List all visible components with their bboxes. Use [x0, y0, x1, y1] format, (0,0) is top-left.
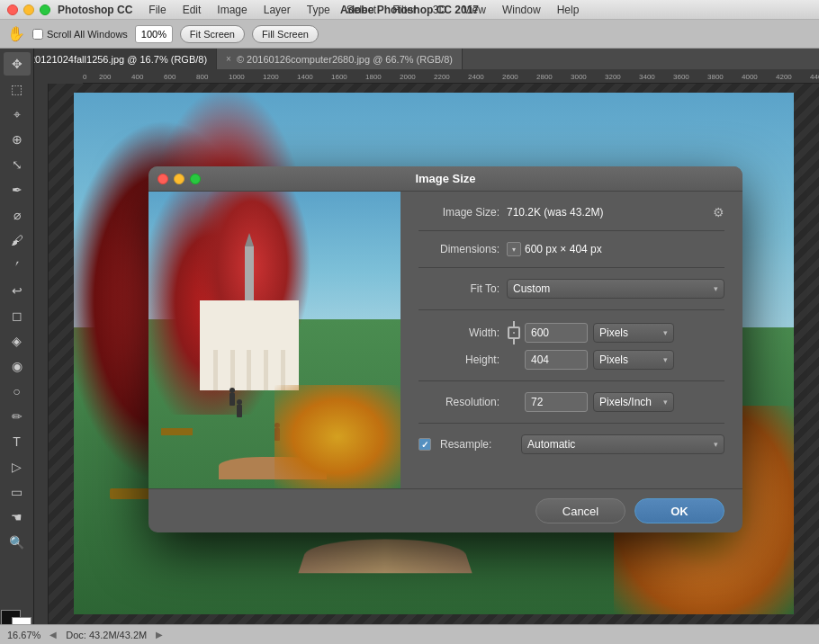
- dimensions-value: 600 px × 404 px: [525, 243, 602, 255]
- fit-to-select[interactable]: Custom ▾: [507, 279, 724, 299]
- resample-label: Resample:: [440, 438, 503, 451]
- dialog-close-button[interactable]: [158, 174, 168, 184]
- resolution-unit-value: Pixels/Inch: [599, 396, 652, 408]
- resolution-unit-select[interactable]: Pixels/Inch ▾: [593, 392, 674, 412]
- height-row: Height: Pixels ▾: [418, 350, 724, 370]
- fit-to-arrow-icon: ▾: [714, 284, 718, 293]
- image-size-dialog: Image Size: [148, 166, 742, 532]
- dialog-max-button[interactable]: [190, 174, 201, 184]
- dialog-titlebar: Image Size: [148, 166, 742, 192]
- link-constraint-icon[interactable]: [507, 321, 521, 344]
- image-size-label: Image Size:: [418, 206, 500, 219]
- resample-checkbox[interactable]: ✓: [418, 438, 431, 451]
- height-unit-arrow-icon: ▾: [663, 355, 668, 364]
- height-input[interactable]: [525, 350, 588, 370]
- divider-1: [418, 230, 724, 231]
- dialog-min-button[interactable]: [174, 174, 184, 184]
- dimensions-value-row: ▾ 600 px × 404 px: [507, 242, 602, 256]
- dialog-body: Image Size: 710.2K (was 43.2M) ⚙ Dimensi…: [148, 192, 742, 488]
- dialog-overlay: Image Size: [0, 0, 819, 644]
- resample-value: Automatic: [527, 438, 575, 451]
- height-input-group: Pixels ▾: [525, 350, 674, 370]
- image-size-value: 710.2K (was 43.2M): [507, 206, 603, 219]
- width-unit-select[interactable]: Pixels ▾: [593, 323, 674, 343]
- width-unit-arrow-icon: ▾: [663, 328, 668, 337]
- checkmark-icon: ✓: [421, 440, 428, 450]
- divider-2: [418, 267, 724, 268]
- dimensions-dropdown[interactable]: ▾: [507, 242, 521, 256]
- dimensions-row: Dimensions: ▾ 600 px × 404 px: [418, 242, 724, 256]
- fit-to-value: Custom: [513, 282, 550, 295]
- divider-4: [418, 380, 724, 381]
- resolution-row: Resolution: Pixels/Inch ▾: [418, 392, 724, 412]
- resample-select[interactable]: Automatic ▾: [521, 434, 724, 454]
- height-unit-value: Pixels: [599, 353, 628, 366]
- divider-3: [418, 309, 724, 310]
- dimensions-label: Dimensions:: [418, 243, 500, 255]
- width-input[interactable]: [525, 323, 588, 343]
- cancel-button[interactable]: Cancel: [536, 498, 626, 523]
- width-unit-value: Pixels: [599, 326, 628, 339]
- dialog-footer: Cancel OK: [148, 488, 742, 532]
- resample-arrow-icon: ▾: [714, 440, 718, 449]
- resolution-unit-arrow-icon: ▾: [663, 398, 668, 407]
- size-fields: Width: Pixels: [418, 321, 724, 370]
- resample-row: ✓ Resample: Automatic ▾: [418, 434, 724, 454]
- dialog-title: Image Size: [415, 172, 475, 185]
- dialog-preview: [148, 192, 400, 488]
- width-input-group: Pixels ▾: [507, 321, 674, 344]
- dialog-right-panel: Image Size: 710.2K (was 43.2M) ⚙ Dimensi…: [400, 192, 742, 488]
- resolution-label: Resolution:: [418, 396, 500, 408]
- width-row: Width: Pixels: [418, 321, 724, 344]
- cancel-label: Cancel: [562, 505, 598, 518]
- ok-label: OK: [670, 505, 688, 518]
- gear-icon[interactable]: ⚙: [713, 205, 724, 219]
- fit-to-row: Fit To: Custom ▾: [418, 279, 724, 299]
- height-unit-select[interactable]: Pixels ▾: [593, 350, 674, 370]
- resolution-input-group: Pixels/Inch ▾: [525, 392, 674, 412]
- resolution-input[interactable]: [525, 392, 588, 412]
- width-label: Width:: [418, 326, 500, 339]
- dialog-traffic-lights: [158, 174, 201, 184]
- ok-button[interactable]: OK: [634, 498, 724, 523]
- image-size-row: Image Size: 710.2K (was 43.2M) ⚙: [418, 205, 724, 219]
- height-label: Height:: [418, 353, 500, 366]
- fit-to-label: Fit To:: [418, 282, 500, 295]
- divider-5: [418, 423, 724, 424]
